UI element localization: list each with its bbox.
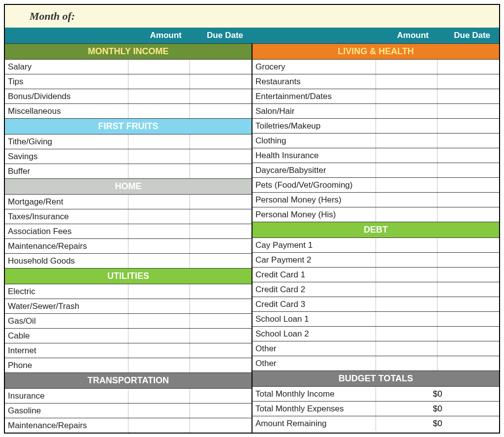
amount-cell[interactable] bbox=[128, 194, 190, 209]
row-label: Gas/Oil bbox=[5, 313, 128, 328]
amount-cell[interactable] bbox=[128, 343, 190, 358]
budget-row: Toiletries/Makeup bbox=[252, 118, 499, 133]
due-date-cell[interactable] bbox=[438, 356, 499, 370]
amount-cell[interactable] bbox=[128, 209, 190, 224]
due-date-cell[interactable] bbox=[438, 297, 499, 311]
amount-cell[interactable] bbox=[376, 163, 438, 177]
due-date-cell[interactable] bbox=[438, 311, 499, 326]
due-date-cell[interactable] bbox=[438, 252, 499, 267]
budget-row: Gasoline bbox=[5, 403, 252, 418]
amount-cell[interactable] bbox=[376, 252, 438, 267]
amount-cell[interactable] bbox=[376, 148, 438, 163]
due-date-cell[interactable] bbox=[190, 299, 252, 313]
amount-cell[interactable] bbox=[128, 74, 190, 89]
amount-cell[interactable] bbox=[128, 238, 190, 253]
due-date-cell[interactable] bbox=[190, 358, 252, 372]
due-date-cell[interactable] bbox=[190, 238, 252, 253]
due-date-cell[interactable] bbox=[190, 388, 252, 403]
due-date-cell[interactable] bbox=[190, 103, 252, 118]
due-date-cell[interactable] bbox=[190, 164, 252, 178]
row-label: Tips bbox=[5, 74, 128, 89]
due-date-cell[interactable] bbox=[190, 253, 252, 268]
amount-cell[interactable] bbox=[128, 164, 190, 178]
budget-row: Restaurants bbox=[252, 74, 499, 89]
due-date-cell[interactable] bbox=[190, 284, 252, 299]
due-date-cell[interactable] bbox=[190, 149, 252, 164]
totals-row: Amount Remaining$0 bbox=[252, 416, 499, 431]
due-date-cell[interactable] bbox=[190, 89, 252, 103]
due-date-cell[interactable] bbox=[438, 192, 499, 207]
due-date-cell[interactable] bbox=[438, 148, 499, 163]
amount-cell[interactable] bbox=[128, 253, 190, 268]
amount-cell[interactable] bbox=[128, 358, 190, 372]
due-date-cell[interactable] bbox=[190, 328, 252, 343]
amount-cell[interactable] bbox=[376, 237, 438, 252]
budget-row: Buffer bbox=[5, 164, 252, 178]
amount-cell[interactable] bbox=[376, 89, 438, 103]
due-date-cell[interactable] bbox=[438, 118, 499, 133]
due-date-cell[interactable] bbox=[438, 133, 499, 148]
due-date-cell[interactable] bbox=[438, 103, 499, 118]
due-date-cell[interactable] bbox=[190, 343, 252, 358]
due-date-cell[interactable] bbox=[190, 403, 252, 418]
budget-row: Credit Card 2 bbox=[252, 282, 499, 297]
totals-row: Total Monthly Income$0 bbox=[252, 386, 499, 401]
row-label: Grocery bbox=[252, 59, 376, 74]
amount-cell[interactable] bbox=[376, 311, 438, 326]
due-date-cell[interactable] bbox=[190, 418, 252, 433]
amount-cell[interactable] bbox=[128, 103, 190, 118]
due-date-cell[interactable] bbox=[438, 326, 499, 341]
amount-cell[interactable] bbox=[376, 297, 438, 311]
amount-cell[interactable] bbox=[128, 403, 190, 418]
amount-cell[interactable] bbox=[376, 356, 438, 370]
due-date-cell[interactable] bbox=[190, 59, 252, 74]
row-label: Savings bbox=[5, 149, 128, 164]
amount-cell[interactable] bbox=[376, 326, 438, 341]
due-date-cell[interactable] bbox=[438, 89, 499, 103]
amount-cell[interactable] bbox=[128, 59, 190, 74]
due-date-cell[interactable] bbox=[190, 134, 252, 149]
due-date-cell[interactable] bbox=[190, 313, 252, 328]
totals-label: Amount Remaining bbox=[252, 416, 376, 431]
amount-cell[interactable] bbox=[128, 299, 190, 313]
amount-cell[interactable] bbox=[128, 328, 190, 343]
amount-cell[interactable] bbox=[376, 118, 438, 133]
amount-cell[interactable] bbox=[128, 149, 190, 164]
amount-cell[interactable] bbox=[376, 133, 438, 148]
due-date-cell[interactable] bbox=[438, 282, 499, 297]
amount-cell[interactable] bbox=[376, 59, 438, 74]
amount-cell[interactable] bbox=[128, 89, 190, 103]
row-label: Association Fees bbox=[5, 224, 128, 238]
due-date-cell[interactable] bbox=[438, 177, 499, 192]
amount-cell[interactable] bbox=[128, 418, 190, 433]
due-date-cell[interactable] bbox=[438, 267, 499, 282]
due-date-cell[interactable] bbox=[190, 224, 252, 238]
due-date-cell[interactable] bbox=[438, 341, 499, 356]
amount-cell[interactable] bbox=[376, 74, 438, 89]
amount-cell[interactable] bbox=[128, 284, 190, 299]
amount-cell[interactable] bbox=[376, 267, 438, 282]
amount-cell[interactable] bbox=[128, 134, 190, 149]
amount-cell[interactable] bbox=[376, 177, 438, 192]
budget-row: Water/Sewer/Trash bbox=[5, 299, 252, 313]
amount-cell[interactable] bbox=[376, 103, 438, 118]
due-date-cell[interactable] bbox=[190, 209, 252, 224]
row-label: Credit Card 3 bbox=[252, 297, 376, 311]
budget-row: Car Payment 2 bbox=[252, 252, 499, 267]
amount-cell[interactable] bbox=[128, 388, 190, 403]
due-date-cell[interactable] bbox=[438, 59, 499, 74]
due-date-cell[interactable] bbox=[190, 74, 252, 89]
due-date-cell[interactable] bbox=[438, 74, 499, 89]
amount-cell[interactable] bbox=[376, 192, 438, 207]
amount-cell[interactable] bbox=[128, 313, 190, 328]
due-date-cell[interactable] bbox=[438, 237, 499, 252]
due-date-cell[interactable] bbox=[438, 163, 499, 177]
amount-cell[interactable] bbox=[376, 207, 438, 222]
totals-row: Total Monthly Expenses$0 bbox=[252, 401, 499, 416]
amount-cell[interactable] bbox=[376, 341, 438, 356]
due-date-cell[interactable] bbox=[438, 207, 499, 222]
amount-cell[interactable] bbox=[128, 224, 190, 238]
section-header: BUDGET TOTALS bbox=[252, 370, 499, 386]
amount-cell[interactable] bbox=[376, 282, 438, 297]
due-date-cell[interactable] bbox=[190, 194, 252, 209]
